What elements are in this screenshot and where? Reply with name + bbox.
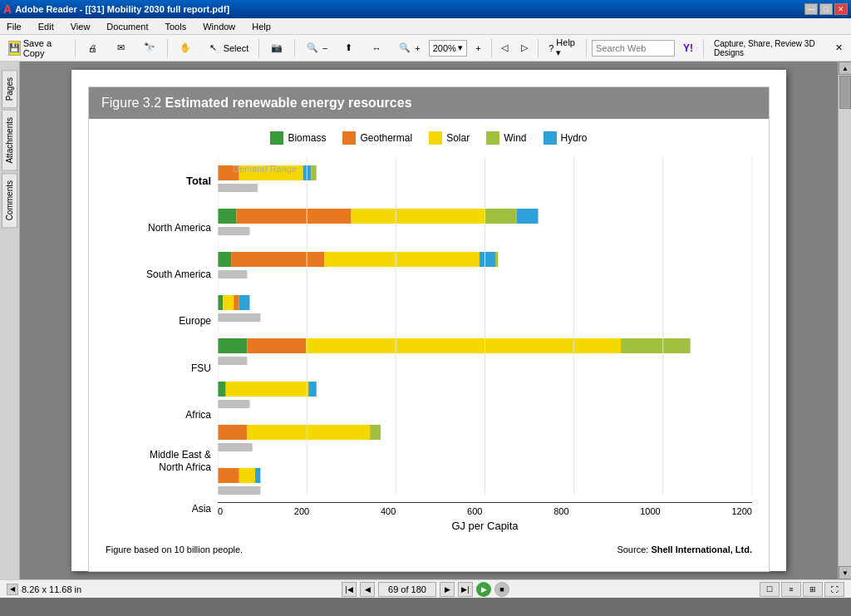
close-button[interactable]: ✕ <box>834 3 848 15</box>
page-indicator[interactable]: 69 of 180 <box>378 582 436 597</box>
biomass-color-box <box>270 131 283 145</box>
prev-page-nav-button[interactable]: ◀ <box>360 582 375 597</box>
fsu-biomass-bar <box>218 338 247 353</box>
save-button[interactable]: 💾 Save a Copy <box>3 36 70 61</box>
scroll-thumb[interactable] <box>839 76 851 109</box>
legend-geothermal: Geothermal <box>342 131 412 145</box>
toolbar-close-button[interactable]: ✕ <box>830 40 848 56</box>
toolbar-separator-5 <box>491 39 492 57</box>
as-demand-bar <box>218 486 260 495</box>
continuous-page-button[interactable]: ≡ <box>781 582 801 597</box>
geothermal-label: Geothermal <box>360 132 412 144</box>
toolbar-separator-3 <box>258 39 259 57</box>
sa-wind-bar <box>495 252 498 267</box>
na-solar-bar <box>352 209 485 224</box>
fit-page-icon: ⬆ <box>341 41 356 56</box>
chart-svg <box>218 157 752 503</box>
eu-geothermal-bar <box>234 295 239 310</box>
select-icon: ↖ <box>206 41 221 56</box>
fullscreen-button[interactable]: ⛶ <box>824 582 844 597</box>
pages-tab[interactable]: Pages <box>2 70 17 108</box>
zoom-increment-button[interactable]: + <box>470 41 485 56</box>
zoom-in-button[interactable]: 🔍 + <box>392 38 425 58</box>
maximize-button[interactable]: □ <box>819 3 833 15</box>
camera-button[interactable]: 📷 <box>264 38 289 58</box>
comments-tab[interactable]: Comments <box>2 173 17 228</box>
find-button[interactable]: 🔭 <box>137 38 162 58</box>
minimize-button[interactable]: — <box>804 3 818 15</box>
email-icon: ✉ <box>114 41 129 56</box>
title-bar: A Adobe Reader - [[31] Mobility 2030 ful… <box>0 0 851 18</box>
y-label-europe: Europe <box>106 299 218 342</box>
help-button[interactable]: ? Help ▾ <box>544 35 581 61</box>
prev-page-button[interactable]: ◁ <box>496 40 513 56</box>
yahoo-button[interactable]: Y! <box>678 40 698 57</box>
figure-container: Figure 3.2 Estimated renewable energy re… <box>88 86 770 572</box>
y-label-north-america: North America <box>106 206 218 249</box>
x-label-800: 800 <box>553 506 568 516</box>
figure-number: Figure 3.2 <box>101 96 161 110</box>
menu-tools[interactable]: Tools <box>162 20 190 33</box>
select-button[interactable]: ↖ Select <box>201 38 254 58</box>
mena-wind-bar <box>370 425 381 440</box>
plot-area: Demand Range <box>218 157 752 532</box>
menu-document[interactable]: Document <box>103 20 151 33</box>
print-button[interactable]: 🖨 <box>81 38 106 58</box>
single-page-button[interactable]: ☐ <box>760 582 780 597</box>
geothermal-color-box <box>342 131 356 145</box>
last-page-button[interactable]: ▶| <box>458 582 473 597</box>
next-page-nav-button[interactable]: ▶ <box>440 582 455 597</box>
af-demand-bar <box>218 400 250 408</box>
stop-button[interactable]: ■ <box>494 582 509 597</box>
scroll-up-button[interactable]: ▲ <box>839 62 851 75</box>
scroll-track[interactable] <box>839 75 851 566</box>
na-hydro-bar <box>517 209 539 224</box>
y-label-middle-east: Middle East &North Africa <box>106 440 218 483</box>
first-page-button[interactable]: |◀ <box>342 582 357 597</box>
fsu-demand-bar <box>218 357 247 365</box>
scroll-left-button[interactable]: ◀ <box>7 584 18 595</box>
page-navigation: |◀ ◀ 69 of 180 ▶ ▶| ▶ ■ <box>286 582 565 597</box>
af-biomass-bar <box>218 382 226 397</box>
menu-help[interactable]: Help <box>248 20 274 33</box>
capture-label: Capture, Share, Review 3D Designs <box>714 39 822 57</box>
facing-pages-button[interactable]: ⊞ <box>803 582 823 597</box>
toolbar-separator <box>75 39 76 57</box>
zoom-minus: − <box>322 43 327 53</box>
menu-edit[interactable]: Edit <box>35 20 57 33</box>
window-title: Adobe Reader - [[31] Mobility 2030 full … <box>15 4 229 14</box>
fit-page-button[interactable]: ⬆ <box>336 38 361 58</box>
hydro-color-box <box>544 131 557 145</box>
mena-solar-bar <box>247 425 370 440</box>
biomass-label: Biomass <box>288 132 326 144</box>
scroll-down-button[interactable]: ▼ <box>839 566 851 579</box>
menu-window[interactable]: Window <box>199 20 239 33</box>
zoom-plus-icon: + <box>475 43 480 53</box>
zoom-out-button[interactable]: 🔍 − <box>300 38 332 58</box>
attachments-tab[interactable]: Attachments <box>2 110 17 171</box>
x-label-1200: 1200 <box>731 506 751 516</box>
capture-button[interactable]: Capture, Share, Review 3D Designs <box>709 37 827 60</box>
demand-range-label: Demand Range <box>233 164 297 174</box>
menu-file[interactable]: File <box>3 20 25 33</box>
save-label: Save a Copy <box>23 38 65 58</box>
content-area[interactable]: Figure 3.2 Estimated renewable energy re… <box>20 62 838 579</box>
eu-hydro-bar <box>239 295 250 310</box>
hand-tool-button[interactable]: ✋ <box>173 38 198 58</box>
next-page-button[interactable]: ▷ <box>516 40 533 56</box>
print-icon: 🖨 <box>86 41 101 56</box>
menu-view[interactable]: View <box>67 20 94 33</box>
zoom-level-input[interactable]: 200% ▾ <box>429 40 467 57</box>
figure-subtitle: Estimated renewable energy resources <box>165 96 412 110</box>
help-icon: ? <box>548 43 553 53</box>
x-axis-labels: 0 200 400 600 800 1000 1200 <box>218 503 752 516</box>
search-input[interactable] <box>592 40 675 57</box>
status-right: ☐ ≡ ⊞ ⛶ <box>565 582 844 597</box>
select-label: Select <box>224 43 249 53</box>
play-button[interactable]: ▶ <box>476 582 491 597</box>
fit-width-button[interactable]: ↔ <box>364 38 389 58</box>
toolbar-separator-4 <box>294 39 295 57</box>
zoom-plus: + <box>415 43 420 53</box>
email-button[interactable]: ✉ <box>109 38 134 58</box>
total-hydro-bar <box>303 165 312 180</box>
